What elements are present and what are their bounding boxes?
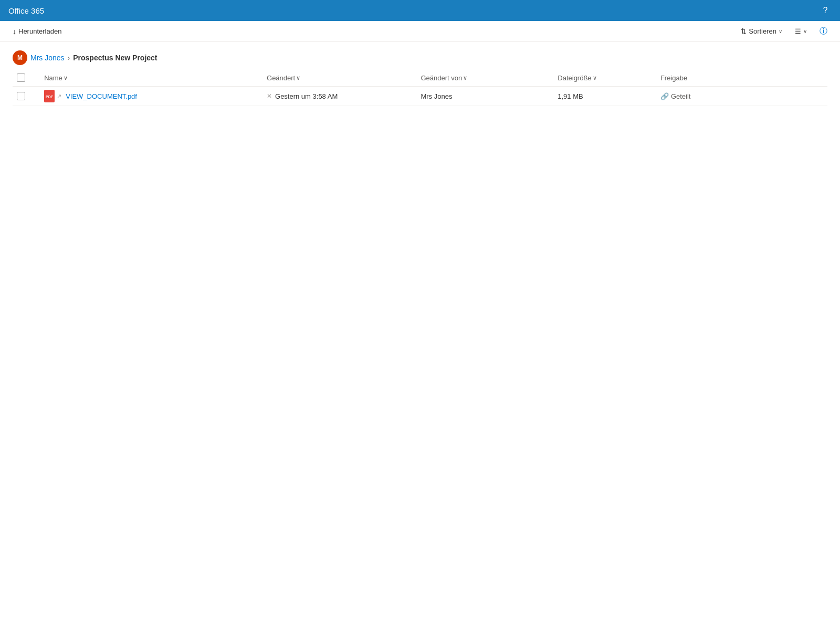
checkbox-header[interactable] <box>13 69 40 87</box>
col-modified-by-header[interactable]: Geändert von ∨ <box>416 69 553 87</box>
sort-label: Sortieren <box>749 27 776 35</box>
file-modified-by: Mrs Jones <box>416 87 553 106</box>
file-table: Name ∨ Geändert ∨ Geändert von ∨ <box>13 69 827 106</box>
breadcrumb-user-link[interactable]: Mrs Jones <box>30 54 65 62</box>
file-sharing: 🔗 Geteilt <box>656 87 827 106</box>
app-title: Office 365 <box>8 6 44 15</box>
file-table-body: PDF ↗ VIEW_DOCUMENT.pdf ✕ Gestern um 3:5… <box>13 87 827 106</box>
view-icon: ☰ <box>795 27 801 35</box>
sort-chevron-icon: ∨ <box>779 28 782 34</box>
pdf-icon: PDF <box>44 90 55 102</box>
sort-modified-button[interactable]: Geändert ∨ <box>267 74 300 82</box>
shared-link-icon: 🔗 <box>660 92 669 100</box>
breadcrumb-separator: › <box>68 54 70 62</box>
edit-indicator: ✕ <box>267 92 272 100</box>
modified-sort-icon: ∨ <box>296 75 300 81</box>
col-modified-header[interactable]: Geändert ∨ <box>262 69 416 87</box>
file-name-link[interactable]: VIEW_DOCUMENT.pdf <box>66 92 137 100</box>
view-chevron-icon: ∨ <box>803 28 807 34</box>
file-table-header: Name ∨ Geändert ∨ Geändert von ∨ <box>13 69 827 87</box>
file-list-container: Name ∨ Geändert ∨ Geändert von ∨ <box>0 69 840 106</box>
download-label: Herunterladen <box>18 27 61 35</box>
toolbar-left: ↓ Herunterladen <box>8 25 66 38</box>
toolbar: ↓ Herunterladen ⇅ Sortieren ∨ ☰ ∨ ⓘ <box>0 21 840 42</box>
filesize-sort-icon: ∨ <box>593 75 597 81</box>
sort-filesize-button[interactable]: Dateigröße ∨ <box>558 74 596 82</box>
table-row[interactable]: PDF ↗ VIEW_DOCUMENT.pdf ✕ Gestern um 3:5… <box>13 87 827 106</box>
sort-modified-by-button[interactable]: Geändert von ∨ <box>421 74 467 82</box>
sort-button[interactable]: ⇅ Sortieren ∨ <box>737 25 786 37</box>
view-button[interactable]: ☰ ∨ <box>791 25 811 37</box>
download-button[interactable]: ↓ Herunterladen <box>8 25 66 38</box>
col-filesize-header[interactable]: Dateigröße ∨ <box>553 69 656 87</box>
toolbar-right: ⇅ Sortieren ∨ ☰ ∨ ⓘ <box>737 24 832 38</box>
help-button[interactable]: ? <box>819 4 832 17</box>
info-button[interactable]: ⓘ <box>815 24 832 38</box>
file-modified: ✕ Gestern um 3:58 AM <box>262 87 416 106</box>
download-icon: ↓ <box>13 27 16 36</box>
sort-name-button[interactable]: Name ∨ <box>44 74 68 82</box>
open-file-icon: ↗ <box>57 93 61 100</box>
topbar: Office 365 ? <box>0 0 840 21</box>
avatar: M <box>13 50 27 65</box>
modified-by-sort-icon: ∨ <box>463 75 467 81</box>
file-name-cell: PDF ↗ VIEW_DOCUMENT.pdf <box>40 87 262 106</box>
breadcrumb: M Mrs Jones › Prospectus New Project <box>0 42 840 69</box>
col-sharing-header: Freigabe <box>656 69 827 87</box>
breadcrumb-current-folder: Prospectus New Project <box>73 54 157 62</box>
sharing-status: Geteilt <box>671 92 691 100</box>
name-sort-icon: ∨ <box>64 75 68 81</box>
svg-text:PDF: PDF <box>46 95 54 99</box>
file-size: 1,91 MB <box>553 87 656 106</box>
col-name-header[interactable]: Name ∨ <box>40 69 262 87</box>
info-icon: ⓘ <box>820 26 827 36</box>
sort-icon: ⇅ <box>741 27 747 35</box>
row-checkbox[interactable] <box>13 87 40 106</box>
